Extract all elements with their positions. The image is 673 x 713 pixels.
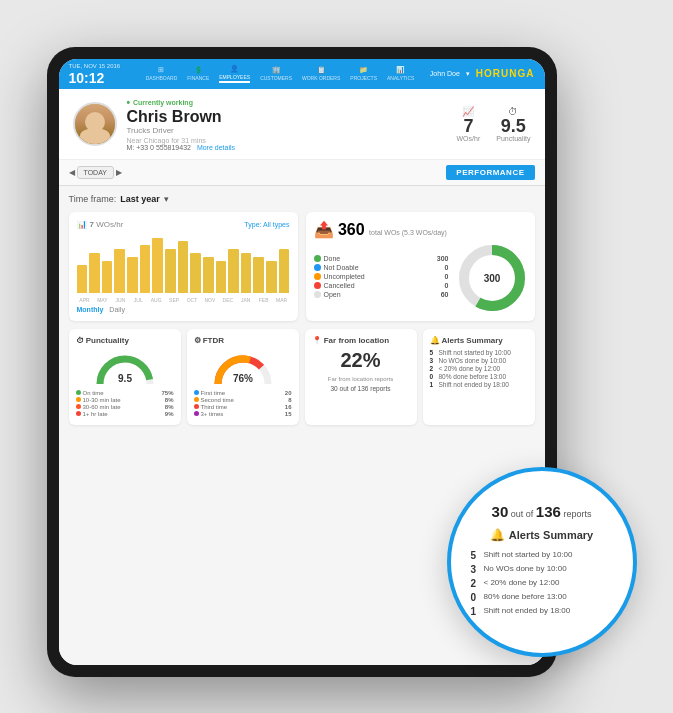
legend-item: Uncompleted 0 bbox=[314, 273, 449, 280]
third-val: 16 bbox=[285, 404, 292, 410]
zoom-alert-num: 0 bbox=[471, 592, 479, 603]
late-10-30-dot bbox=[76, 397, 81, 402]
legend-item: Done 300 bbox=[314, 255, 449, 262]
profile-title: Trucks Driver bbox=[127, 126, 447, 135]
bar-labels: APRMAYJUNJULAUGSEPOCTNOVDECJANFEBMAR bbox=[77, 297, 290, 303]
today-button[interactable]: TODAY bbox=[77, 166, 114, 179]
nav-dashboard[interactable]: ⊞ DASHBOARD bbox=[146, 66, 178, 81]
bar-13 bbox=[241, 253, 252, 292]
late-30-60-dot bbox=[76, 404, 81, 409]
nav-analytics-label: ANALYTICS bbox=[387, 75, 414, 81]
alert-num: 2 bbox=[430, 365, 436, 372]
timeframe-dropdown-icon[interactable]: ▾ bbox=[164, 194, 169, 204]
late-30-60-val: 8% bbox=[165, 404, 174, 410]
punctuality-stat: ⏱ 9.5 Punctuality bbox=[496, 106, 530, 142]
legend-value: 60 bbox=[441, 291, 449, 298]
wos-chart-card: 📊 7 WOs/hr Type: All types APRMAYJUNJULA… bbox=[69, 212, 298, 321]
monthly-toggle[interactable]: Monthly bbox=[77, 306, 104, 313]
tab-performance[interactable]: PERFORMANCE bbox=[446, 165, 534, 180]
nav-projects[interactable]: 📁 PROJECTS bbox=[350, 66, 377, 81]
zoom-alert-text: Shift not started by 10:00 bbox=[484, 550, 573, 559]
location-subtitle: Far from location reports bbox=[312, 376, 410, 382]
profile-location: Near Chicago for 31 mins bbox=[127, 137, 447, 144]
alert-row: 0 80% done before 13:00 bbox=[430, 373, 528, 380]
wos-chart-title: 📊 7 WOs/hr bbox=[77, 220, 124, 229]
completion-chart-card: 📤 360 total WOs (5.3 WOs/day) Done 300 N… bbox=[306, 212, 535, 321]
type-selector[interactable]: Type: All types bbox=[244, 221, 289, 228]
nav-arrows: ◀ TODAY ▶ bbox=[69, 166, 122, 179]
legend-ontime: On time 75% bbox=[76, 390, 174, 396]
bar-12 bbox=[228, 249, 239, 292]
punctuality-mini-legend: On time 75% 10-30 min late 8% 30-60 min … bbox=[76, 390, 174, 417]
wos-stat: 📈 7 WOs/hr bbox=[457, 106, 481, 142]
ftdr-gauge: 76% bbox=[213, 349, 273, 387]
bar-3 bbox=[114, 249, 125, 292]
zoom-circle: 30 out of 136 reports 🔔 Alerts Summary 5… bbox=[447, 467, 637, 657]
chart-toggle: Monthly Daily bbox=[77, 306, 290, 313]
zoom-alerts-list: 5 Shift not started by 10:00 3 No WOs do… bbox=[471, 550, 613, 620]
timeframe-value[interactable]: Last year bbox=[120, 194, 160, 204]
projects-icon: 📁 bbox=[359, 66, 368, 74]
legend-label: Open bbox=[324, 291, 341, 298]
late-1hr-dot bbox=[76, 411, 81, 416]
donut-chart-svg: 300 bbox=[457, 243, 527, 313]
ftdr-card: ⚙ FTDR 76% First time bbox=[187, 329, 299, 425]
nav-work-orders[interactable]: 📋 WORK ORDERS bbox=[302, 66, 340, 81]
bar-1 bbox=[89, 253, 100, 292]
donut-chart-area: Done 300 Not Doable 0 Uncompleted 0 Canc… bbox=[314, 243, 527, 313]
bar-6 bbox=[152, 238, 163, 293]
punctuality-value: 9.5 bbox=[496, 117, 530, 135]
completion-header: 📤 360 total WOs (5.3 WOs/day) bbox=[314, 220, 527, 239]
bar-label: MAR bbox=[274, 297, 290, 303]
zoom-bell-icon: 🔔 bbox=[490, 528, 505, 542]
legend-label: Uncompleted bbox=[324, 273, 365, 280]
legend-value: 300 bbox=[437, 255, 449, 262]
legend-value: 0 bbox=[445, 282, 449, 289]
alerts-card: 🔔 Alerts Summary 5 Shift not started by … bbox=[423, 329, 535, 425]
legend-third: Third time 16 bbox=[194, 404, 292, 410]
legend-label: Not Doable bbox=[324, 264, 359, 271]
nav-finance[interactable]: 💲 FINANCE bbox=[187, 66, 209, 81]
bar-label: JUN bbox=[112, 297, 128, 303]
zoom-alert-text: 80% done before 13:00 bbox=[484, 592, 567, 601]
bar-7 bbox=[165, 249, 176, 292]
wos-icon: 📈 bbox=[457, 106, 481, 117]
wos-chart-val: 7 WOs/hr bbox=[90, 220, 124, 229]
bar-9 bbox=[190, 253, 201, 292]
bar-label: JAN bbox=[238, 297, 254, 303]
second-dot bbox=[194, 397, 199, 402]
chevron-down-icon: ▾ bbox=[466, 70, 470, 78]
analytics-icon: 📊 bbox=[396, 66, 405, 74]
next-arrow-icon[interactable]: ▶ bbox=[116, 168, 122, 177]
legend-dot bbox=[314, 273, 321, 280]
alert-num: 1 bbox=[430, 381, 436, 388]
svg-text:76%: 76% bbox=[232, 373, 252, 384]
nav-customers[interactable]: 🏢 CUSTOMERS bbox=[260, 66, 292, 81]
3plus-dot bbox=[194, 411, 199, 416]
zoom-alert-row: 0 80% done before 13:00 bbox=[471, 592, 613, 603]
alert-text: Shift not started by 10:00 bbox=[439, 349, 511, 356]
zoom-alerts-title: 🔔 Alerts Summary bbox=[490, 528, 593, 542]
punctuality-label: Punctuality bbox=[496, 135, 530, 142]
bar-4 bbox=[127, 257, 138, 292]
daily-toggle[interactable]: Daily bbox=[109, 306, 125, 313]
zoom-alert-num: 2 bbox=[471, 578, 479, 589]
bar-16 bbox=[279, 249, 290, 292]
nav-work-orders-label: WORK ORDERS bbox=[302, 75, 340, 81]
legend-item: Cancelled 0 bbox=[314, 282, 449, 289]
legend-item: Open 60 bbox=[314, 291, 449, 298]
nav-employees-label: EMPLOYEES bbox=[219, 74, 250, 80]
ftdr-mini-legend: First time 20 Second time 8 Third time bbox=[194, 390, 292, 417]
alert-row: 5 Shift not started by 10:00 bbox=[430, 349, 528, 356]
user-area: John Doe ▾ HORUNGA bbox=[430, 68, 535, 79]
bar-label: AUG bbox=[148, 297, 164, 303]
employees-icon: 👤 bbox=[230, 65, 239, 73]
prev-arrow-icon[interactable]: ◀ bbox=[69, 168, 75, 177]
nav-dashboard-label: DASHBOARD bbox=[146, 75, 178, 81]
avatar-image bbox=[75, 104, 115, 144]
nav-employees[interactable]: 👤 EMPLOYEES bbox=[219, 65, 250, 83]
completion-value: 360 bbox=[338, 221, 365, 238]
zoom-report-num: 30 bbox=[492, 503, 509, 520]
more-details-link[interactable]: More details bbox=[197, 144, 235, 151]
nav-analytics[interactable]: 📊 ANALYTICS bbox=[387, 66, 414, 81]
